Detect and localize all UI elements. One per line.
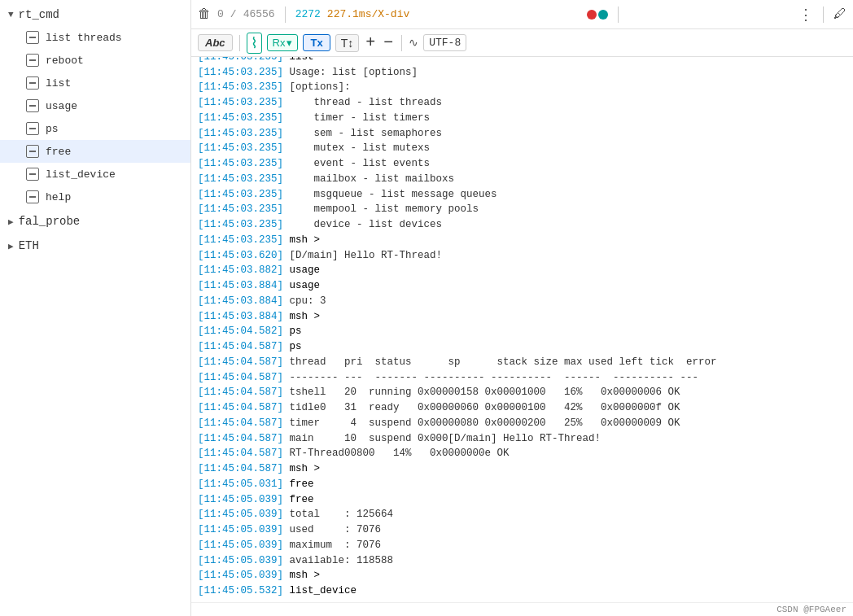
terminal-line: [11:45:05.031] free bbox=[198, 477, 846, 492]
terminal-line: [11:45:04.587] msh > bbox=[198, 461, 846, 477]
terminal-line: [11:45:03.235] [options]: bbox=[198, 80, 846, 95]
sidebar-item-list[interactable]: list bbox=[0, 72, 190, 94]
timestamp: [11:45:03.235] bbox=[198, 203, 283, 215]
sidebar-item-help[interactable]: help bbox=[0, 186, 190, 208]
sidebar-group-header-eth[interactable]: ▶ ETH bbox=[0, 234, 190, 257]
stat-total: 46556 bbox=[243, 8, 275, 20]
terminal-line: [11:45:04.587] tshell 20 running 0x00000… bbox=[198, 385, 846, 400]
timestamp: [11:45:05.039] bbox=[198, 524, 283, 535]
status-dot-red bbox=[587, 10, 597, 20]
terminal-line: [11:45:03.235] event - list events bbox=[198, 156, 846, 172]
line-content: sem - list semaphores bbox=[283, 128, 442, 139]
terminal-line: [11:45:04.587] timer 4 suspend 0x0000008… bbox=[198, 416, 846, 431]
line-content: ps bbox=[283, 341, 302, 352]
terminal-line: [11:45:03.235] msgqueue - list message q… bbox=[198, 187, 846, 203]
terminal-output[interactable]: [11:45:02.583] 7 \ 4.1.1 build Feb 26 20… bbox=[191, 57, 853, 602]
timestamp: [11:45:05.031] bbox=[198, 478, 283, 490]
terminal-line: [11:45:04.587] main 10 suspend 0x000[D/m… bbox=[198, 431, 846, 447]
terminal-line: [11:45:03.235] mutex - list mutexs bbox=[198, 141, 846, 156]
timestamp: [11:45:05.039] bbox=[198, 494, 283, 505]
line-content: main 10 suspend 0x000[D/main] Hello RT-T… bbox=[283, 433, 601, 444]
rx-arrow-icon: ▾ bbox=[287, 37, 292, 49]
rx-label: Rx bbox=[273, 37, 286, 49]
wave-icon[interactable]: ⌇ bbox=[247, 33, 262, 54]
utf8-label[interactable]: UTF-8 bbox=[423, 34, 466, 51]
terminal-line: [11:45:04.582] ps bbox=[198, 324, 846, 339]
minus-icon[interactable]: − bbox=[382, 33, 395, 52]
slash-sep: / bbox=[230, 8, 237, 20]
sidebar-item-label: free bbox=[46, 146, 71, 158]
t2-sep1 bbox=[239, 35, 240, 51]
line-content: tidle0 31 ready 0x00000060 0x00000100 42… bbox=[283, 402, 680, 413]
terminal-line: [11:45:04.587] tidle0 31 ready 0x0000006… bbox=[198, 400, 846, 416]
sidebar-item-reboot[interactable]: reboot bbox=[0, 49, 190, 72]
line-content: used : 7076 bbox=[283, 524, 381, 535]
timestamp: [11:45:04.587] bbox=[198, 341, 283, 352]
toolbar-separator bbox=[285, 7, 286, 23]
line-content: maximum : 7076 bbox=[283, 540, 381, 551]
toolbar2: Abc ⌇ Rx ▾ Tx T↕ + − ∿ UTF-8 bbox=[191, 29, 853, 57]
rx-button[interactable]: Rx ▾ bbox=[267, 34, 299, 51]
wave2-icon[interactable]: ∿ bbox=[409, 36, 418, 50]
line-content: tshell 20 running 0x00000158 0x00001000 … bbox=[283, 387, 680, 398]
line-content: timer 4 suspend 0x00000080 0x00000200 25… bbox=[283, 417, 680, 429]
terminal-line: [11:45:05.039] available: 118588 bbox=[198, 553, 846, 569]
line-content: usage bbox=[283, 280, 320, 291]
terminal-line: [11:45:03.235] thread - list threads bbox=[198, 95, 846, 111]
line-content: msh > bbox=[283, 570, 320, 581]
timestamp: [11:45:03.235] bbox=[198, 142, 283, 154]
timestamp: [11:45:04.587] bbox=[198, 448, 283, 459]
eraser-icon[interactable]: 🖊 bbox=[833, 7, 846, 22]
line-content: -------- --- ------- ---------- --------… bbox=[283, 372, 698, 383]
command-icon bbox=[26, 190, 39, 203]
line-content: msh > bbox=[283, 234, 320, 246]
sidebar-item-ps[interactable]: ps bbox=[0, 117, 190, 140]
terminal-line: [11:45:03.235] msh > bbox=[198, 233, 846, 248]
more-options-icon[interactable]: ⋮ bbox=[798, 6, 813, 24]
text-height-button[interactable]: T↕ bbox=[335, 34, 360, 52]
timestamp: [11:45:03.235] bbox=[198, 97, 283, 108]
sidebar-item-list-threads[interactable]: list threads bbox=[0, 26, 190, 49]
sidebar-group-header-fal-probe[interactable]: ▶ fal_probe bbox=[0, 210, 190, 233]
command-icon bbox=[26, 122, 39, 135]
terminal-line: [11:45:03.235] mailbox - list mailboxs bbox=[198, 172, 846, 187]
tx-button[interactable]: Tx bbox=[303, 34, 330, 51]
line-content: device - list devices bbox=[283, 219, 442, 230]
line-content: total : 125664 bbox=[283, 509, 393, 520]
command-icon bbox=[26, 145, 39, 158]
timestamp: [11:45:03.235] bbox=[198, 81, 283, 93]
timestamp: [11:45:04.587] bbox=[198, 463, 283, 474]
line-content: mempool - list memory pools bbox=[283, 203, 479, 215]
timestamp: [11:45:04.587] bbox=[198, 402, 283, 413]
stat-timing: 227.1ms/X-div bbox=[327, 8, 409, 20]
line-content: available: 118588 bbox=[283, 555, 393, 566]
sidebar-group-fal-probe: ▶ fal_probe bbox=[0, 210, 190, 233]
sidebar-item-list-device[interactable]: list_device bbox=[0, 163, 190, 186]
timestamp: [11:45:04.587] bbox=[198, 387, 283, 398]
footer: CSDN @FPGAeer bbox=[191, 602, 853, 616]
timestamp: [11:45:04.587] bbox=[198, 356, 283, 368]
sidebar-item-label: list bbox=[46, 77, 71, 90]
timestamp: [11:45:03.235] bbox=[198, 173, 283, 185]
line-content: RT-Thread00800 14% 0x0000000e OK bbox=[283, 448, 510, 459]
trash-icon[interactable]: 🗑 bbox=[198, 7, 211, 22]
line-content: event - list events bbox=[283, 158, 430, 169]
plus-icon[interactable]: + bbox=[364, 33, 377, 52]
timestamp: [11:45:03.235] bbox=[198, 219, 283, 230]
terminal-line: [11:45:05.039] used : 7076 bbox=[198, 522, 846, 538]
terminal-line: [11:45:03.235] mempool - list memory poo… bbox=[198, 202, 846, 217]
line-content: [D/main] Hello RT-Thread! bbox=[283, 250, 442, 261]
abc-button[interactable]: Abc bbox=[198, 34, 233, 51]
sidebar-item-free[interactable]: free bbox=[0, 140, 190, 163]
timestamp: [11:45:05.039] bbox=[198, 509, 283, 520]
terminal-line: [11:45:03.620] [D/main] Hello RT-Thread! bbox=[198, 248, 846, 264]
terminal-line: [11:45:05.039] free bbox=[198, 492, 846, 508]
terminal-line: [11:45:03.235] list bbox=[198, 57, 846, 65]
line-content: thread - list threads bbox=[283, 97, 442, 108]
t2-sep2 bbox=[401, 35, 402, 51]
stat-zero: 0 bbox=[217, 8, 224, 20]
timestamp: [11:45:03.235] bbox=[198, 158, 283, 169]
sidebar-item-label: ps bbox=[46, 123, 59, 135]
sidebar-group-header-rt-cmd[interactable]: ▼ rt_cmd bbox=[0, 3, 190, 26]
sidebar-item-usage[interactable]: usage bbox=[0, 94, 190, 117]
